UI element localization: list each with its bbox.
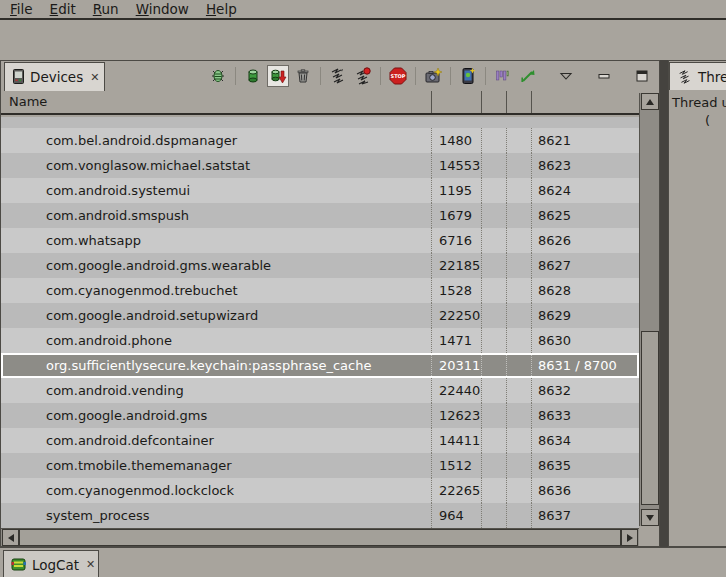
process-port: 8634 <box>538 428 571 453</box>
table-row[interactable]: system_process 964 8637 <box>1 503 639 528</box>
dump-hprof-icon[interactable] <box>267 65 289 87</box>
column-divider <box>531 478 532 503</box>
sysinfo-icon[interactable] <box>492 65 514 87</box>
tab-threads[interactable]: Threa <box>669 62 726 90</box>
column-divider <box>431 278 432 303</box>
process-pid: 1512 <box>439 453 472 478</box>
column-divider <box>506 178 507 203</box>
column-divider[interactable] <box>431 91 432 113</box>
toolbar-separator <box>235 67 236 85</box>
column-divider <box>506 128 507 153</box>
process-port: 8636 <box>538 478 571 503</box>
vertical-scrollbar[interactable] <box>639 93 659 526</box>
horizontal-scrollbar-thumb[interactable] <box>19 529 621 546</box>
process-pid: 1679 <box>439 203 472 228</box>
ddms-window: FileEditRunWindowHelp Devices ✕ <box>0 0 726 577</box>
horizontal-scrollbar[interactable] <box>1 528 639 546</box>
column-divider <box>481 503 482 528</box>
process-port: 8624 <box>538 178 571 203</box>
table-row[interactable]: com.android.smspush 1679 8625 <box>1 203 639 228</box>
column-divider[interactable] <box>531 91 532 113</box>
menu-item-help[interactable]: Help <box>206 1 237 17</box>
process-pid: 964 <box>439 503 464 528</box>
process-pid: 14411 <box>439 428 480 453</box>
table-row[interactable]: com.android.vending 22440 8632 <box>1 378 639 403</box>
view-menu-icon[interactable] <box>555 65 577 87</box>
debug-process-icon[interactable] <box>207 65 229 87</box>
menu-item-edit[interactable]: Edit <box>50 1 76 17</box>
close-icon[interactable]: ✕ <box>90 71 99 84</box>
close-icon[interactable]: ✕ <box>86 558 95 571</box>
phone-icon <box>12 69 25 85</box>
menu-item-run[interactable]: Run <box>93 1 119 17</box>
table-row[interactable]: com.android.phone 1471 8630 <box>1 328 639 353</box>
arrow-right-icon <box>627 534 633 542</box>
menu-item-window[interactable]: Window <box>136 1 189 17</box>
threads-panel: Threa Thread up ( <box>668 60 726 547</box>
process-name: com.android.systemui <box>46 178 190 203</box>
column-divider <box>481 353 482 378</box>
table-row[interactable]: com.google.android.setupwizard 22250 862… <box>1 303 639 328</box>
toolbar-separator <box>485 67 486 85</box>
column-divider <box>506 278 507 303</box>
process-port: 8637 <box>538 503 571 528</box>
update-threads-icon[interactable] <box>327 65 349 87</box>
table-row[interactable]: com.tmobile.thememanager 1512 8635 <box>1 453 639 478</box>
table-row[interactable]: com.whatsapp 6716 8626 <box>1 228 639 253</box>
column-divider <box>481 128 482 153</box>
toolbar-separator <box>380 67 381 85</box>
stop-process-icon[interactable]: STOP <box>387 65 409 87</box>
process-pid: 22265 <box>439 478 480 503</box>
column-divider <box>506 303 507 328</box>
table-row[interactable]: com.android.systemui 1195 8624 <box>1 178 639 203</box>
table-row[interactable]: org.sufficientlysecure.keychain:passphra… <box>1 353 639 378</box>
minimize-icon[interactable] <box>593 65 615 87</box>
column-divider <box>531 453 532 478</box>
screen-capture-icon[interactable] <box>422 65 444 87</box>
arrow-down-icon <box>646 515 654 521</box>
column-divider <box>431 353 432 378</box>
process-table-viewport: com.bel.android.dspmanager 1480 8621 com… <box>1 117 639 528</box>
table-row[interactable]: com.cyanogenmod.trebuchet 1528 8628 <box>1 278 639 303</box>
column-divider <box>531 203 532 228</box>
scroll-right-button[interactable] <box>621 529 638 546</box>
process-port: 8635 <box>538 453 571 478</box>
tab-devices[interactable]: Devices ✕ <box>4 62 105 91</box>
process-name: com.google.android.gms <box>46 403 207 428</box>
column-divider <box>531 403 532 428</box>
column-divider <box>531 128 532 153</box>
column-divider <box>431 253 432 278</box>
menu-item-file[interactable]: File <box>10 1 33 17</box>
process-name: com.whatsapp <box>46 228 141 253</box>
table-row[interactable]: com.google.android.gms 12623 8633 <box>1 403 639 428</box>
scroll-up-button[interactable] <box>641 93 659 110</box>
column-divider[interactable] <box>506 91 507 113</box>
column-divider <box>431 178 432 203</box>
maximize-icon[interactable] <box>631 65 653 87</box>
column-divider <box>531 153 532 178</box>
column-divider[interactable] <box>481 91 482 113</box>
vertical-scrollbar-thumb[interactable] <box>641 331 659 505</box>
start-method-profiling-icon[interactable] <box>352 65 374 87</box>
column-divider <box>481 303 482 328</box>
column-divider <box>481 178 482 203</box>
table-row[interactable]: com.google.android.gms.wearable 22185 86… <box>1 253 639 278</box>
column-divider <box>431 128 432 153</box>
column-divider <box>531 503 532 528</box>
capture-device-screen-icon[interactable] <box>457 65 479 87</box>
update-heap-icon[interactable] <box>242 65 264 87</box>
scroll-left-button[interactable] <box>2 529 19 546</box>
column-divider <box>481 428 482 453</box>
table-row[interactable]: com.android.defcontainer 14411 8634 <box>1 428 639 453</box>
cause-gc-icon[interactable] <box>292 65 314 87</box>
hierarchy-view-icon[interactable] <box>517 65 539 87</box>
column-divider <box>481 153 482 178</box>
table-column-header[interactable]: Name <box>1 91 659 115</box>
column-header-name[interactable]: Name <box>9 94 47 109</box>
table-row[interactable]: com.cyanogenmod.lockclock 22265 8636 <box>1 478 639 503</box>
tab-logcat[interactable]: LogCat ✕ <box>3 550 99 577</box>
table-row[interactable]: com.vonglasow.michael.satstat 14553 8623 <box>1 153 639 178</box>
column-divider <box>431 478 432 503</box>
scroll-down-button[interactable] <box>641 509 659 526</box>
table-row[interactable]: com.bel.android.dspmanager 1480 8621 <box>1 128 639 153</box>
